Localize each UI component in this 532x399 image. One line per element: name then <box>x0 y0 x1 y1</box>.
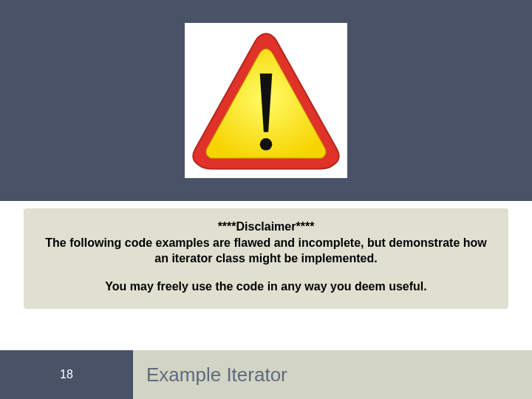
warning-triangle-icon <box>189 27 343 174</box>
footer: 18 Example Iterator <box>0 350 532 399</box>
page-number: 18 <box>0 350 133 399</box>
disclaimer-panel: ****Disclaimer**** The following code ex… <box>24 208 508 309</box>
disclaimer-body-2: You may freely use the code in any way y… <box>41 279 491 295</box>
slide-title: Example Iterator <box>133 350 532 399</box>
disclaimer-body-1: The following code examples are flawed a… <box>41 235 491 267</box>
svg-point-0 <box>260 138 273 151</box>
disclaimer-heading: ****Disclaimer**** <box>41 219 491 235</box>
warning-image-container <box>185 23 347 178</box>
header-panel <box>0 0 532 201</box>
